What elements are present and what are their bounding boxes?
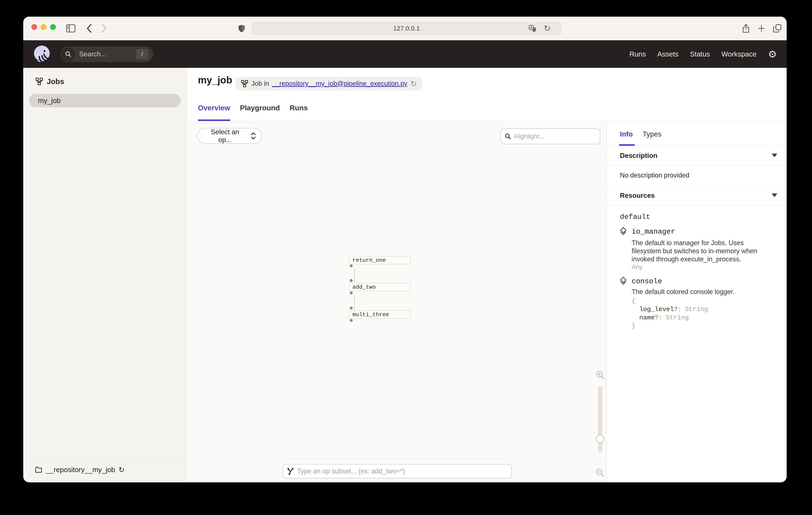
- minimize-button[interactable]: [41, 24, 47, 30]
- divider: [607, 165, 787, 165]
- sidebar-title-label: Jobs: [47, 77, 64, 86]
- divider: [607, 205, 787, 205]
- job-origin-badge: Job in __repository__my_job@pipeline_exe…: [236, 77, 422, 90]
- repository-file-link[interactable]: __repository__my_job@pipeline_execution.…: [272, 80, 407, 87]
- zoom-in-icon[interactable]: [596, 370, 605, 380]
- op-subset-input[interactable]: [297, 467, 489, 475]
- description-section-header[interactable]: Description: [620, 152, 658, 160]
- repository-reload-icon[interactable]: ↻: [119, 465, 125, 474]
- browser-toolbar: 127.0.0.1 ↻: [23, 17, 787, 40]
- tab-runs[interactable]: Runs: [290, 104, 308, 112]
- resources-section-header[interactable]: Resources: [620, 192, 655, 199]
- resource-type-label: Any: [632, 263, 643, 271]
- sidebar-toggle-icon[interactable]: [66, 24, 76, 33]
- app-body: Jobs my_job __repository__my_job ↻ my_jo…: [23, 68, 787, 482]
- gear-icon[interactable]: ⚙: [768, 49, 777, 59]
- nav-assets[interactable]: Assets: [658, 50, 678, 58]
- description-body: No description provided: [620, 171, 689, 179]
- op-selector-button[interactable]: Select an op...: [197, 128, 262, 144]
- jobs-sidebar: Jobs my_job __repository__my_job ↻: [23, 68, 187, 482]
- header-nav: Runs Assets Status Workspace ⚙: [630, 49, 787, 59]
- zoom-out-icon[interactable]: [596, 468, 605, 478]
- resource-description: The default colored console logger.: [632, 288, 772, 296]
- url-bar[interactable]: 127.0.0.1 ↻: [252, 22, 562, 35]
- sidebar-item-label: my_job: [38, 97, 61, 105]
- highlight-search-icon: [504, 133, 511, 140]
- op-subset-graph-icon: [286, 467, 294, 475]
- resource-group-label: default: [620, 213, 650, 221]
- new-tab-plus-icon[interactable]: [757, 24, 766, 33]
- global-search[interactable]: /: [60, 46, 153, 62]
- op-subset-filter[interactable]: [283, 464, 512, 478]
- types-tab[interactable]: Types: [643, 130, 662, 138]
- description-caret-icon[interactable]: [772, 154, 777, 157]
- shield-icon[interactable]: [238, 24, 245, 33]
- tab-overview-icon[interactable]: [773, 24, 782, 33]
- input-port-multi-three: [350, 306, 353, 309]
- info-panel: Info Types Description No description pr…: [606, 121, 787, 482]
- search-shortcut-badge: /: [136, 49, 148, 59]
- zoom-slider-knob[interactable]: [596, 435, 604, 443]
- sidebar-title: Jobs: [35, 77, 64, 86]
- config-schema-block: { log_level?:String name?:String }: [632, 297, 708, 330]
- repository-label[interactable]: __repository__my_job: [46, 466, 115, 474]
- tab-overview[interactable]: Overview: [198, 104, 230, 112]
- info-tab[interactable]: Info: [620, 130, 633, 138]
- output-port-return-one: [350, 264, 353, 267]
- resource-name-io-manager: io_manager: [632, 227, 675, 236]
- schema-open-brace: {: [632, 297, 708, 305]
- resource-icon: [619, 227, 628, 236]
- input-port-add-two: [350, 279, 353, 282]
- page-reload-icon[interactable]: ↻: [544, 24, 551, 33]
- job-tabs: Overview Playground Runs: [198, 104, 308, 112]
- divider: [607, 189, 787, 189]
- translate-icon[interactable]: [528, 25, 536, 33]
- resource-name-console: console: [632, 277, 662, 286]
- resource-icon: [619, 277, 628, 286]
- job-graph-icon: [241, 80, 249, 87]
- back-button-icon[interactable]: [86, 24, 93, 33]
- select-chevrons-icon: [251, 132, 256, 140]
- main-content: my_job Job in __repository__my_job@pipel…: [187, 68, 787, 482]
- page-title: my_job: [198, 74, 232, 86]
- app-header: / Runs Assets Status Workspace ⚙: [23, 40, 787, 68]
- op-node-multi-three[interactable]: multi_three: [349, 310, 411, 319]
- jobs-icon: [35, 77, 43, 85]
- schema-field-log-level: log_level?:String: [632, 305, 708, 314]
- badge-prefix: Job in: [252, 80, 269, 87]
- op-node-add-two[interactable]: add_two: [349, 283, 411, 291]
- info-tab-underline: [619, 144, 635, 146]
- nav-status[interactable]: Status: [690, 50, 710, 58]
- schema-close-brace: }: [632, 322, 708, 330]
- op-node-label: multi_three: [352, 311, 389, 318]
- schema-field-name: name?:String: [632, 314, 708, 322]
- tab-playground[interactable]: Playground: [240, 104, 280, 112]
- op-node-label: return_one: [352, 257, 386, 264]
- badge-reload-icon[interactable]: ↻: [410, 79, 417, 88]
- resources-caret-icon[interactable]: [772, 193, 777, 197]
- op-node-return-one[interactable]: return_one: [349, 256, 411, 264]
- search-input[interactable]: [79, 50, 126, 58]
- output-port-add-two: [350, 292, 353, 294]
- highlight-search[interactable]: [500, 129, 600, 144]
- zoom-button[interactable]: [50, 24, 56, 30]
- nav-workspace[interactable]: Workspace: [721, 50, 756, 58]
- job-header: my_job Job in __repository__my_job@pipel…: [187, 68, 787, 121]
- url-text: 127.0.0.1: [252, 22, 562, 35]
- op-graph-pane[interactable]: Select an op...: [187, 121, 606, 482]
- screen-background: 127.0.0.1 ↻: [0, 0, 812, 515]
- sidebar-item-my-job[interactable]: my_job: [29, 94, 181, 107]
- op-selector-label: Select an op...: [203, 128, 247, 144]
- share-icon[interactable]: [742, 23, 750, 33]
- forward-button-icon[interactable]: [100, 24, 108, 33]
- search-icon: [61, 47, 75, 61]
- highlight-input[interactable]: [514, 133, 587, 140]
- folder-icon: [35, 466, 42, 473]
- close-button[interactable]: [31, 24, 37, 30]
- nav-runs[interactable]: Runs: [630, 50, 646, 58]
- active-tab-underline: [198, 119, 230, 121]
- sidebar-footer: __repository__my_job ↻: [23, 457, 187, 482]
- dagster-logo[interactable]: [33, 44, 52, 64]
- op-node-label: add_two: [352, 284, 376, 290]
- browser-window: 127.0.0.1 ↻: [23, 17, 787, 482]
